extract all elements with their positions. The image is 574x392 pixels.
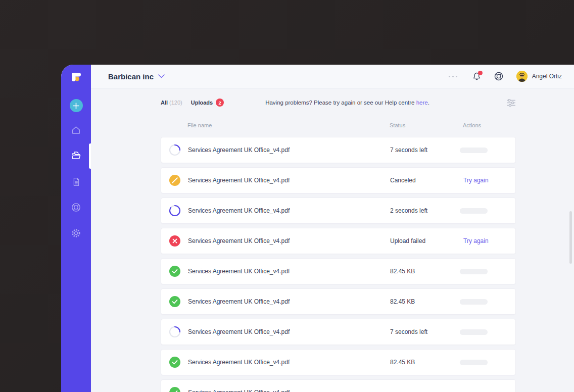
tab-all[interactable]: All (120): [161, 100, 182, 106]
sidebar-item-files[interactable]: [61, 143, 91, 169]
home-icon: [70, 124, 82, 136]
success-icon: [169, 265, 181, 277]
action-cell: Try again: [463, 177, 515, 184]
action-cell: [463, 299, 515, 305]
help-button[interactable]: [493, 71, 504, 82]
file-name: Services Agreement UK Office_v4.pdf: [187, 298, 390, 305]
success-icon: [169, 356, 181, 368]
action-placeholder: [460, 329, 488, 335]
column-file-name: File name: [187, 122, 390, 129]
filter-button[interactable]: [506, 99, 516, 107]
column-actions: Actions: [463, 122, 516, 129]
action-placeholder: [460, 208, 488, 214]
user-name[interactable]: Angel Ortiz: [532, 73, 562, 80]
gear-icon: [70, 227, 82, 239]
status-text: 82.45 KB: [390, 268, 463, 275]
table-row: Services Agreement UK Office_v4.pdf7 sec…: [161, 137, 516, 163]
notifications-button[interactable]: [471, 71, 482, 82]
notification-dot: [478, 71, 483, 75]
table-row: Services Agreement UK Office_v4.pdf82.45…: [161, 349, 516, 375]
table-row: Services Agreement UK Office_v4.pdfUploa…: [161, 228, 516, 254]
action-placeholder: [460, 148, 488, 153]
sliders-icon: [506, 99, 516, 107]
file-name: Services Agreement UK Office_v4.pdf: [187, 207, 390, 214]
main-area: Barbican inc: [91, 65, 574, 392]
success-icon: [169, 296, 181, 308]
column-status: Status: [390, 122, 463, 129]
top-bar: Barbican inc: [91, 65, 574, 88]
file-name: Services Agreement UK Office_v4.pdf: [187, 146, 390, 154]
tab-uploads-label: Uploads: [191, 100, 213, 106]
app-window: Barbican inc: [61, 65, 574, 392]
file-name: Services Agreement UK Office_v4.pdf: [187, 237, 390, 244]
action-cell: [463, 148, 515, 153]
spinner-25-icon: [169, 144, 181, 156]
table-row: Services Agreement UK Office_v4.pdf82.45…: [161, 258, 516, 284]
try-again-link[interactable]: Try again: [463, 237, 489, 244]
spinner-85-icon: [169, 205, 181, 217]
plus-icon: [73, 103, 79, 109]
file-name: Services Agreement UK Office_v4.pdf: [187, 177, 390, 184]
status-text: 82.45 KB: [390, 298, 463, 305]
success-icon: [169, 386, 181, 392]
file-name: Services Agreement UK Office_v4.pdf: [187, 389, 390, 392]
content-area: All (120) Uploads 2 Having problems? Ple…: [91, 88, 574, 392]
help-bar: Having problems? Please try again or see…: [265, 100, 429, 106]
spinner-25-icon: [169, 326, 181, 338]
failed-icon: [169, 235, 181, 247]
canceled-icon: [169, 174, 181, 186]
tab-uploads[interactable]: Uploads 2: [191, 99, 224, 107]
try-again-link[interactable]: Try again: [463, 177, 489, 184]
avatar[interactable]: [516, 71, 528, 82]
life-ring-icon: [70, 202, 82, 213]
table-row: Services Agreement UK Office_v4.pdfCance…: [161, 167, 516, 193]
company-name: Barbican inc: [108, 72, 154, 81]
action-placeholder: [460, 269, 488, 274]
status-text: 7 seconds left: [390, 146, 463, 154]
document-icon: [71, 176, 82, 187]
status-text: 82.45 KB: [390, 359, 463, 366]
more-options-button[interactable]: [446, 73, 460, 80]
table-row: Services Agreement UK Office_v4.pdf: [161, 379, 516, 392]
help-centre-link[interactable]: here: [416, 100, 428, 106]
action-cell: [463, 360, 515, 365]
action-placeholder: [460, 299, 488, 305]
status-text: 7 seconds left: [390, 328, 463, 335]
table-row: Services Agreement UK Office_v4.pdf82.45…: [161, 288, 516, 315]
file-name: Services Agreement UK Office_v4.pdf: [187, 268, 390, 275]
app-logo-icon: [69, 70, 83, 84]
sidebar-item-settings[interactable]: [61, 220, 91, 246]
action-cell: [463, 269, 515, 274]
action-cell: Try again: [463, 237, 515, 244]
folder-open-icon: [70, 150, 82, 162]
toolbar: All (120) Uploads 2 Having problems? Ple…: [161, 99, 516, 107]
status-text: Canceled: [390, 177, 463, 184]
sidebar: [61, 65, 91, 392]
file-name: Services Agreement UK Office_v4.pdf: [187, 328, 390, 335]
table-header: File name Status Actions: [161, 122, 516, 129]
sidebar-item-help[interactable]: [61, 194, 91, 220]
sidebar-item-home[interactable]: [61, 117, 91, 143]
tab-all-count: (120): [169, 100, 182, 106]
status-text: 2 seconds left: [390, 207, 463, 214]
table-row: Services Agreement UK Office_v4.pdf2 sec…: [161, 198, 516, 224]
add-button[interactable]: [70, 99, 83, 112]
tab-all-label: All: [161, 100, 168, 106]
chevron-down-icon: [158, 74, 165, 78]
action-cell: [463, 329, 515, 335]
sidebar-item-documents[interactable]: [61, 169, 91, 194]
help-text-suffix: .: [428, 100, 429, 106]
scrollbar-thumb[interactable]: [569, 211, 572, 264]
avatar-image: [516, 71, 528, 82]
life-ring-icon: [493, 71, 504, 82]
file-name: Services Agreement UK Office_v4.pdf: [187, 359, 390, 366]
table-row: Services Agreement UK Office_v4.pdf7 sec…: [161, 319, 516, 345]
help-text: Having problems? Please try again or see…: [265, 100, 416, 106]
upload-rows: Services Agreement UK Office_v4.pdf7 sec…: [161, 137, 516, 392]
status-text: Upload failed: [390, 237, 463, 244]
action-placeholder: [460, 360, 488, 365]
company-switcher[interactable]: Barbican inc: [108, 72, 165, 81]
uploads-badge: 2: [216, 99, 224, 107]
action-cell: [463, 208, 515, 214]
